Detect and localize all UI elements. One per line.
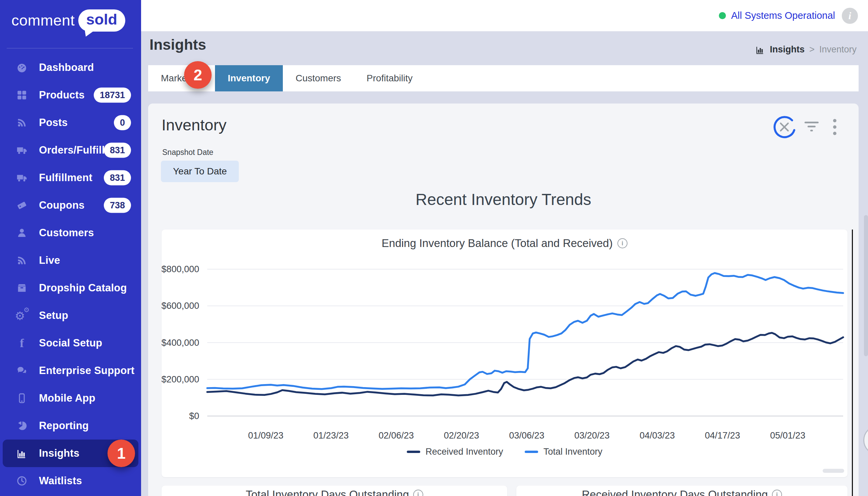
received-days-outstanding-card: Received Inventory Days Outstanding i: [516, 485, 848, 496]
tab-inventory[interactable]: Inventory: [215, 65, 283, 91]
legend-item-total[interactable]: Total Inventory: [525, 447, 603, 457]
inventory-balance-card: $0$200,000$400,000$600,000$800,00001/09/…: [161, 230, 848, 477]
logo-bubble-sold: sold: [78, 10, 126, 32]
coupon-icon: [16, 200, 28, 211]
sidebar-item-dropship-catalog[interactable]: Dropship Catalog: [3, 274, 138, 302]
svg-text:01/09/23: 01/09/23: [248, 431, 284, 440]
rss-icon: [16, 117, 28, 128]
sidebar-item-label: Fulfillment: [39, 172, 92, 184]
coupons-count-badge: 738: [104, 198, 131, 213]
svg-text:02/06/23: 02/06/23: [379, 431, 414, 440]
panel-title: Inventory: [161, 115, 226, 134]
info-icon[interactable]: i: [413, 490, 423, 496]
sidebar-item-mobile-app[interactable]: Mobile App: [3, 384, 138, 412]
sidebar-nav: Dashboard Products 18731 Posts 0 Orders/…: [0, 54, 141, 495]
sidebar-item-label: Enterprise Support: [39, 365, 135, 377]
breadcrumb-insights[interactable]: Insights: [770, 44, 805, 55]
vertical-divider-line: [852, 230, 853, 496]
breadcrumb-inventory: Inventory: [819, 44, 856, 55]
sidebar-item-label: Reporting: [39, 420, 89, 432]
orders-count-badge: 831: [104, 143, 131, 158]
clock-icon: [16, 475, 28, 486]
scrollbar-thumb[interactable]: [864, 215, 868, 356]
sidebar-item-orders-fulfillment[interactable]: Orders/Fulfillment 831: [3, 136, 138, 164]
svg-text:$800,000: $800,000: [161, 264, 199, 274]
grid-icon: [16, 89, 28, 101]
sidebar-item-label: Insights: [39, 447, 79, 459]
facebook-icon: f: [16, 337, 28, 349]
annotation-step-2: 2: [184, 61, 211, 89]
bar-chart-icon: [755, 45, 765, 55]
kebab-menu-icon[interactable]: [832, 118, 837, 136]
sidebar-item-label: Customers: [39, 227, 94, 239]
svg-text:$0: $0: [189, 411, 199, 421]
horizontal-scrollbar[interactable]: [823, 469, 844, 473]
status-dot-icon: [719, 12, 726, 19]
posts-count-badge: 0: [114, 115, 131, 130]
info-icon[interactable]: i: [842, 8, 858, 24]
person-icon: [16, 227, 28, 238]
app-root: comment sold Dashboard Products 18731 Po…: [0, 0, 868, 496]
annotation-step-1: 1: [108, 439, 135, 467]
year-to-date-button[interactable]: Year To Date: [161, 161, 239, 182]
sidebar-item-label: Mobile App: [39, 392, 95, 404]
tab-customers[interactable]: Customers: [283, 65, 354, 91]
system-status[interactable]: All Systems Operational: [719, 10, 835, 21]
svg-text:03/20/23: 03/20/23: [574, 431, 610, 440]
products-count-badge: 18731: [94, 88, 131, 103]
sidebar-item-live[interactable]: Live: [3, 247, 138, 274]
svg-text:01/23/23: 01/23/23: [313, 431, 349, 440]
filter-icon[interactable]: [804, 120, 819, 133]
svg-text:$200,000: $200,000: [161, 374, 199, 384]
commentsold-logo: comment sold: [12, 10, 125, 32]
sidebar-item-waitlists[interactable]: Waitlists: [3, 467, 138, 495]
section-title: Recent Inventory Trends: [148, 190, 858, 209]
legend-item-received[interactable]: Received Inventory: [407, 447, 503, 457]
sidebar-item-setup[interactable]: ⚙⚙ Setup: [3, 302, 138, 329]
inventory-panel: Inventory Snapshot Date Year To Date Rec…: [148, 104, 858, 496]
sidebar-item-customers[interactable]: Customers: [3, 219, 138, 247]
sidebar-item-fulfillment[interactable]: Fulfillment 831: [3, 164, 138, 191]
sidebar-item-coupons[interactable]: Coupons 738: [3, 191, 138, 219]
sidebar: comment sold Dashboard Products 18731 Po…: [0, 0, 141, 496]
sidebar-item-label: Dropship Catalog: [39, 282, 127, 294]
status-text: All Systems Operational: [731, 10, 835, 21]
legend-label: Received Inventory: [426, 447, 503, 457]
info-icon[interactable]: i: [772, 490, 782, 496]
box-icon: [16, 282, 28, 294]
loading-close-icon[interactable]: [772, 114, 797, 140]
sidebar-item-label: Coupons: [39, 199, 85, 211]
chart-title: Ending Inventory Balance (Total and Rece…: [382, 237, 613, 250]
sidebar-item-label: Live: [39, 254, 60, 266]
sidebar-item-posts[interactable]: Posts 0: [3, 109, 138, 136]
sidebar-item-products[interactable]: Products 18731: [3, 81, 138, 109]
info-icon[interactable]: i: [617, 238, 628, 248]
sidebar-item-social-setup[interactable]: f Social Setup: [3, 329, 138, 357]
sidebar-item-reporting[interactable]: Reporting: [3, 412, 138, 439]
sidebar-item-label: Products: [39, 89, 85, 101]
sidebar-item-label: Waitlists: [39, 475, 82, 487]
legend-dash-total: [525, 451, 538, 453]
sidebar-item-enterprise-support[interactable]: Enterprise Support: [3, 357, 138, 384]
svg-text:04/17/23: 04/17/23: [705, 431, 740, 440]
svg-text:03/06/23: 03/06/23: [509, 431, 544, 440]
sidebar-item-dashboard[interactable]: Dashboard: [3, 54, 138, 81]
sidebar-item-label: Dashboard: [39, 62, 94, 74]
rss-icon: [16, 255, 28, 266]
svg-text:$600,000: $600,000: [161, 301, 199, 311]
top-bar: All Systems Operational i: [141, 0, 868, 31]
card-title: Total Inventory Days Outstanding: [246, 488, 409, 496]
total-days-outstanding-card: Total Inventory Days Outstanding i: [161, 485, 507, 496]
snapshot-date-label: Snapshot Date: [162, 148, 213, 157]
inventory-balance-chart: $0$200,000$400,000$600,000$800,00001/09/…: [161, 230, 848, 477]
page-title: Insights: [149, 36, 206, 53]
sidebar-item-label: Social Setup: [39, 337, 102, 349]
sidebar-divider: [7, 48, 133, 48]
svg-text:$400,000: $400,000: [161, 338, 199, 348]
bar-chart-icon: [16, 448, 28, 459]
chat-icon: [16, 365, 28, 376]
svg-text:04/03/23: 04/03/23: [640, 431, 675, 440]
insights-tabs: Marketing Inventory Customers Profitabil…: [148, 65, 858, 91]
tab-profitability[interactable]: Profitability: [354, 65, 425, 91]
card-title: Received Inventory Days Outstanding: [582, 488, 768, 496]
